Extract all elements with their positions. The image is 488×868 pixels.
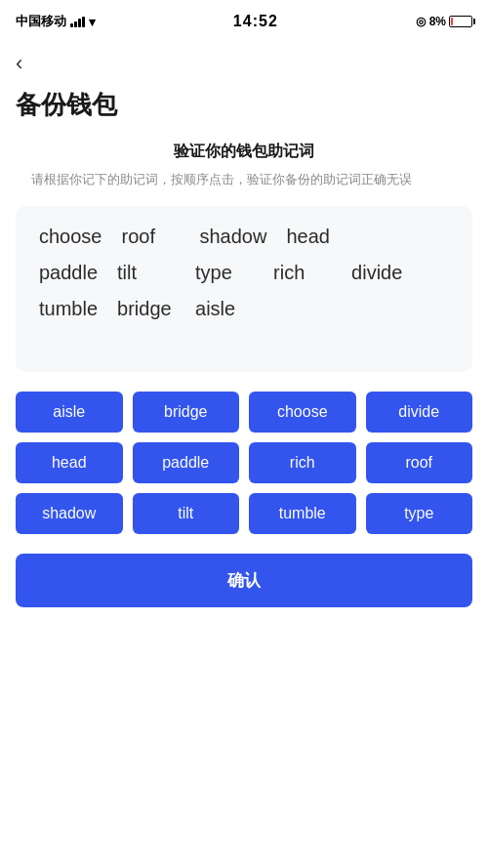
signal-icon: [70, 16, 85, 27]
location-icon: ◎: [416, 15, 426, 28]
back-button[interactable]: ‹: [0, 43, 38, 80]
word-chip-tumble[interactable]: tumble: [249, 493, 356, 534]
status-right: ◎ 8%: [416, 15, 472, 28]
word-chip-roof[interactable]: roof: [366, 442, 473, 483]
battery-pct-label: 8%: [429, 15, 446, 28]
word-chip-shadow[interactable]: shadow: [16, 493, 123, 534]
battery-icon: [449, 16, 472, 27]
word-chip-bridge[interactable]: bridge: [133, 392, 240, 433]
wifi-icon: ▾: [89, 15, 96, 29]
word-chip-rich[interactable]: rich: [249, 442, 356, 483]
status-time: 14:52: [233, 13, 278, 30]
word-slot: rich: [273, 262, 332, 284]
word-slot: divide: [351, 262, 410, 284]
word-slot: aisle: [195, 298, 254, 320]
confirm-btn-wrap: 确认: [0, 554, 488, 637]
status-left: 中国移动 ▾: [16, 13, 96, 30]
word-row-1: choose roof shadow head: [39, 226, 449, 248]
word-slot: choose: [39, 226, 102, 248]
word-chips-area: aislebridgechoosedivideheadpaddlerichroo…: [0, 392, 488, 554]
word-chip-aisle[interactable]: aisle: [16, 392, 123, 433]
status-bar: 中国移动 ▾ 14:52 ◎ 8%: [0, 0, 488, 43]
word-slot: roof: [122, 226, 181, 248]
word-chip-divide[interactable]: divide: [366, 392, 473, 433]
word-slot: shadow: [200, 226, 267, 248]
word-chip-choose[interactable]: choose: [249, 392, 356, 433]
section-title: 验证你的钱包助记词: [0, 142, 488, 162]
word-slot: head: [286, 226, 345, 248]
word-slot: type: [195, 262, 254, 284]
word-slot: paddle: [39, 262, 98, 284]
word-display-box: choose roof shadow head paddle tilt type…: [16, 206, 472, 372]
word-chip-tilt[interactable]: tilt: [133, 493, 240, 534]
confirm-button[interactable]: 确认: [16, 554, 472, 607]
word-slot: bridge: [117, 298, 176, 320]
back-arrow-icon: ‹: [16, 53, 22, 74]
section-desc: 请根据你记下的助记词，按顺序点击，验证你备份的助记词正确无误: [0, 170, 488, 190]
word-slot: tilt: [117, 262, 176, 284]
word-chip-head[interactable]: head: [16, 442, 123, 483]
word-row-2: paddle tilt type rich divide: [39, 262, 449, 284]
chips-grid: aislebridgechoosedivideheadpaddlerichroo…: [16, 392, 472, 534]
word-chip-type[interactable]: type: [366, 493, 473, 534]
battery-indicator: 8%: [429, 15, 472, 28]
word-row-3: tumble bridge aisle: [39, 298, 449, 320]
word-chip-paddle[interactable]: paddle: [133, 442, 240, 483]
word-slot: tumble: [39, 298, 98, 320]
carrier-label: 中国移动: [16, 13, 66, 30]
page-title: 备份钱包: [0, 80, 488, 142]
